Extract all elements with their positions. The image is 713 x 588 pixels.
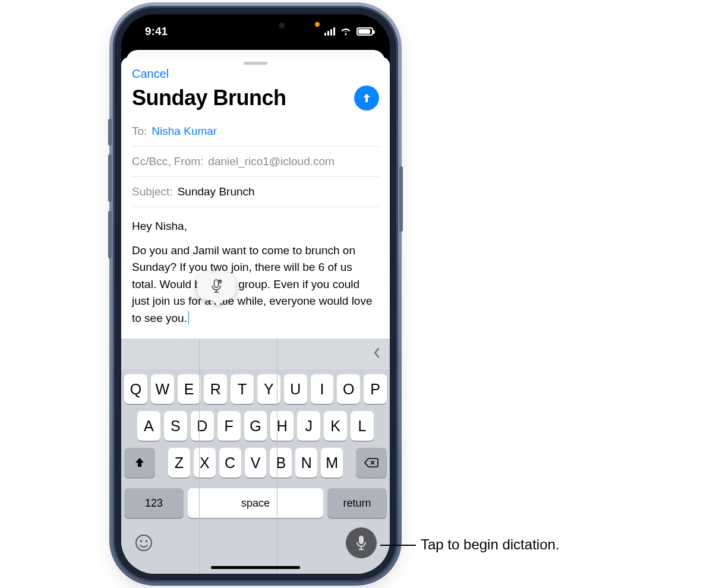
to-field[interactable]: To: Nisha Kumar [132,116,379,147]
status-time: 9:41 [145,25,168,38]
to-label: To: [132,125,147,138]
to-recipient[interactable]: Nisha Kumar [152,125,217,138]
send-button[interactable] [354,86,379,110]
callout-text: Tap to begin dictation. [421,536,560,553]
sheet-grabber[interactable] [244,62,267,65]
backspace-key[interactable] [356,448,387,478]
callout-leader-line [380,545,416,546]
text-cursor [188,311,189,324]
page-title: Sunday Brunch [132,86,286,110]
side-button [399,166,403,232]
mic-icon [210,279,223,293]
body-line-2: Do you and Jamil want to come to brunch … [132,244,372,324]
collapse-suggestions-button[interactable] [372,346,381,362]
home-indicator[interactable] [211,566,300,569]
volume-down [108,211,112,258]
cancel-button[interactable]: Cancel [132,67,169,81]
cc-bcc-from-field[interactable]: Cc/Bcc, From: daniel_rico1@icloud.com [132,147,379,177]
mic-icon [355,535,368,551]
volume-up [108,154,112,202]
arrow-up-icon [361,92,373,104]
screen: 9:41 Cancel Sunday Bru [121,14,390,574]
subject-label: Subject: [132,185,173,198]
svg-rect-0 [214,280,219,287]
status-indicators [315,27,373,36]
subject-field[interactable]: Subject: Sunday Brunch [132,177,379,207]
key-p[interactable]: P [364,374,387,404]
suggestion-slots [121,339,355,574]
notch [205,14,306,34]
dictation-popover[interactable] [197,273,235,300]
subject-value: Sunday Brunch [178,185,255,198]
keyboard-suggestion-bar [121,339,390,369]
nav-bar: Cancel [121,67,390,84]
from-address: daniel_rico1@icloud.com [208,155,335,168]
mic-indicator-dot [315,22,320,27]
chevron-left-icon [372,346,381,360]
svg-rect-5 [359,536,364,544]
body-line-1: Hey Nisha, [132,218,379,235]
backspace-icon [364,457,379,469]
ccfrom-label: Cc/Bcc, From: [132,155,203,168]
compose-sheet: Cancel Sunday Brunch To: Nisha Kumar [121,57,390,574]
mute-switch [108,119,112,146]
signal-icon [324,27,335,36]
battery-icon [356,27,373,36]
wifi-icon [340,27,352,36]
keyboard: Q W E R T Y U I O P A [121,339,390,574]
iphone-body: 9:41 Cancel Sunday Bru [113,6,398,582]
